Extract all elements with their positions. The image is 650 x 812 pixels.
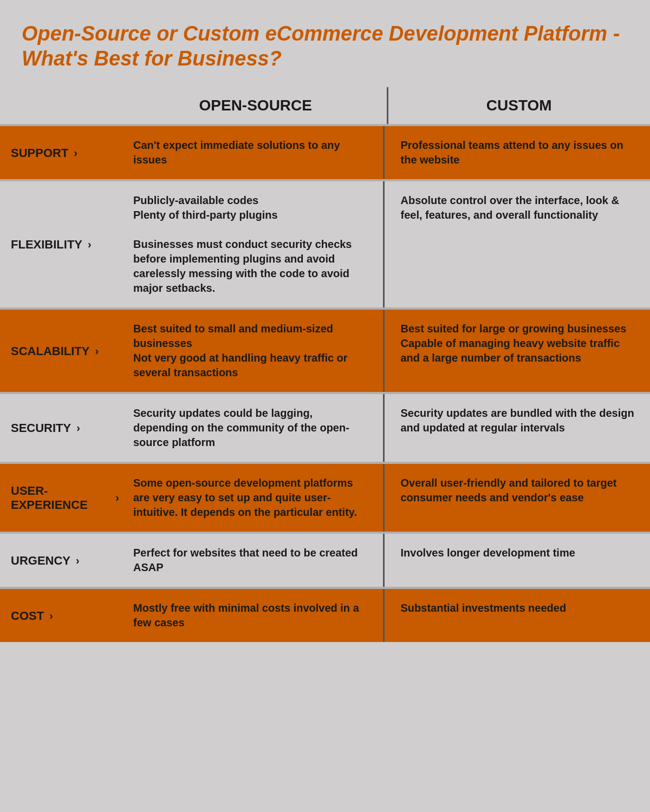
chevron-icon-cost: ›	[49, 610, 53, 622]
open-col-cost: Mostly free with minimal costs involved …	[125, 589, 385, 642]
row-flexibility: FLEXIBILITY › Publicly-available codesPl…	[0, 179, 650, 307]
row-urgency: URGENCY › Perfect for websites that need…	[0, 532, 650, 587]
row-label-scalability: SCALABILITY	[11, 344, 89, 358]
row-scalability: SCALABILITY › Best suited to small and m…	[0, 307, 650, 392]
custom-col-scalability: Best suited for large or growing busines…	[385, 310, 651, 392]
chevron-icon-support: ›	[74, 147, 77, 159]
open-col-urgency: Perfect for websites that need to be cre…	[125, 534, 385, 587]
label-col-support: SUPPORT ›	[0, 126, 125, 179]
custom-col-urgency: Involves longer development time	[385, 534, 651, 587]
header-label-spacer	[0, 87, 125, 124]
open-col-support: Can't expect immediate solutions to any …	[125, 126, 385, 179]
custom-header: CUSTOM	[388, 87, 651, 124]
row-label-urgency: URGENCY	[11, 554, 70, 567]
row-user-experience: USER- EXPERIENCE › Some open-source deve…	[0, 462, 650, 532]
custom-col-flexibility: Absolute control over the interface, loo…	[385, 181, 651, 307]
label-col-user-experience: USER- EXPERIENCE ›	[0, 464, 125, 532]
custom-col-cost: Substantial investments needed	[385, 589, 651, 642]
label-col-scalability: SCALABILITY ›	[0, 310, 125, 392]
label-col-flexibility: FLEXIBILITY ›	[0, 181, 125, 307]
custom-col-security: Security updates are bundled with the de…	[385, 394, 651, 462]
custom-col-user-experience: Overall user-friendly and tailored to ta…	[385, 464, 651, 532]
chevron-icon-flexibility: ›	[88, 238, 92, 251]
open-col-scalability: Best suited to small and medium-sized bu…	[125, 310, 385, 392]
page: Open-Source or Custom eCommerce Developm…	[0, 0, 650, 812]
comparison-table: SUPPORT › Can't expect immediate solutio…	[0, 124, 650, 642]
row-label-user-experience: USER- EXPERIENCE	[11, 484, 110, 512]
row-label-support: SUPPORT	[11, 146, 68, 160]
page-title: Open-Source or Custom eCommerce Developm…	[22, 22, 628, 71]
row-label-cost: COST	[11, 609, 44, 623]
open-source-header: OPEN-SOURCE	[125, 87, 388, 124]
row-label-flexibility: FLEXIBILITY	[11, 238, 82, 251]
chevron-icon-scalability: ›	[95, 345, 99, 357]
chevron-icon-security: ›	[76, 422, 80, 434]
label-col-security: SECURITY ›	[0, 394, 125, 462]
chevron-icon-urgency: ›	[76, 554, 80, 567]
label-col-cost: COST ›	[0, 589, 125, 642]
chevron-icon-user-experience: ›	[115, 492, 119, 504]
row-support: SUPPORT › Can't expect immediate solutio…	[0, 124, 650, 179]
label-col-urgency: URGENCY ›	[0, 534, 125, 587]
row-security: SECURITY › Security updates could be lag…	[0, 392, 650, 462]
open-col-flexibility: Publicly-available codesPlenty of third-…	[125, 181, 385, 307]
custom-col-support: Professional teams attend to any issues …	[385, 126, 651, 179]
row-label-security: SECURITY	[11, 421, 71, 435]
open-col-user-experience: Some open-source development platforms a…	[125, 464, 385, 532]
row-cost: COST › Mostly free with minimal costs in…	[0, 587, 650, 642]
column-headers: OPEN-SOURCE CUSTOM	[0, 87, 650, 124]
title-area: Open-Source or Custom eCommerce Developm…	[0, 0, 650, 87]
open-col-security: Security updates could be lagging, depen…	[125, 394, 385, 462]
